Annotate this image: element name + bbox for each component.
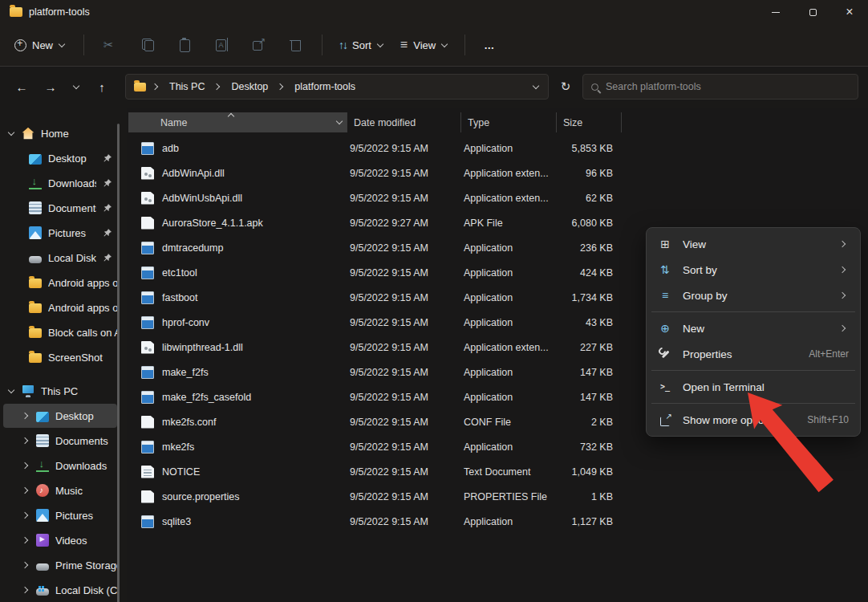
sidebar-item[interactable]: Documents bbox=[3, 196, 117, 220]
delete-icon[interactable] bbox=[277, 31, 314, 59]
menu-item-view[interactable]: View bbox=[651, 231, 856, 257]
file-row[interactable]: sqlite3 9/5/2022 9:15 AM Application 1,1… bbox=[127, 509, 868, 534]
breadcrumb-item[interactable]: platform-tools bbox=[291, 79, 359, 94]
address-bar[interactable]: This PC Desktop platform-tools bbox=[125, 74, 549, 100]
breadcrumb-separator-icon bbox=[278, 83, 285, 91]
breadcrumb-item[interactable]: Desktop bbox=[228, 79, 271, 94]
file-type: Application bbox=[459, 367, 554, 378]
menu-item-sort-by[interactable]: Sort by bbox=[651, 257, 856, 283]
menu-item-label: Properties bbox=[683, 348, 798, 360]
file-date-modified: 9/5/2022 9:15 AM bbox=[345, 168, 459, 179]
file-size: 1,127 KB bbox=[554, 516, 613, 527]
search-input[interactable] bbox=[606, 81, 850, 92]
menu-item-show-more-options[interactable]: Show more options Shift+F10 bbox=[651, 407, 856, 433]
expand-chevron-icon[interactable] bbox=[22, 487, 30, 494]
address-dropdown-button[interactable] bbox=[533, 83, 540, 91]
expand-chevron-icon[interactable] bbox=[8, 130, 15, 137]
sidebar-item[interactable]: Prime Storage ( bbox=[3, 553, 117, 577]
new-button[interactable]: New bbox=[8, 31, 75, 59]
expand-chevron-icon[interactable] bbox=[22, 562, 30, 569]
expand-chevron-icon[interactable] bbox=[22, 537, 30, 544]
file-name: dmtracedump bbox=[162, 242, 223, 254]
file-row[interactable]: AdbWinUsbApi.dll 9/5/2022 9:15 AM Applic… bbox=[127, 185, 868, 210]
expand-chevron-icon[interactable] bbox=[22, 462, 30, 470]
sidebar-item[interactable]: Music bbox=[3, 478, 117, 502]
file-size: 43 KB bbox=[554, 317, 613, 328]
sidebar-item[interactable]: Home bbox=[3, 121, 117, 145]
sidebar-item[interactable]: ScreenShot bbox=[3, 345, 117, 369]
sidebar-item[interactable]: Android apps o bbox=[3, 270, 117, 295]
menu-item-label: Group by bbox=[683, 290, 829, 302]
pictures-icon bbox=[36, 509, 49, 522]
file-date-modified: 9/5/2022 9:15 AM bbox=[345, 417, 459, 428]
file-row[interactable]: source.properties 9/5/2022 9:15 AM PROPE… bbox=[127, 484, 868, 509]
file-date-modified: 9/5/2022 9:15 AM bbox=[345, 367, 459, 378]
sidebar-item[interactable]: Block calls on A bbox=[3, 320, 117, 344]
menu-item-new[interactable]: New bbox=[651, 315, 856, 341]
rename-icon[interactable] bbox=[203, 31, 240, 59]
minimize-button[interactable] bbox=[757, 0, 794, 24]
sidebar-item-label: Downloads bbox=[48, 177, 96, 189]
breadcrumb-item[interactable]: This PC bbox=[166, 79, 208, 94]
file-type: Application bbox=[459, 317, 554, 328]
sort-button[interactable]: ↑↓ Sort bbox=[331, 31, 392, 59]
sidebar-item[interactable]: Desktop bbox=[3, 404, 117, 428]
column-header-size[interactable]: Size bbox=[556, 112, 621, 132]
file-name: make_f2fs bbox=[162, 367, 209, 378]
refresh-button[interactable]: ↻ bbox=[554, 75, 578, 99]
sidebar-scrollbar[interactable] bbox=[117, 124, 120, 602]
expand-chevron-icon[interactable] bbox=[22, 512, 30, 519]
expand-chevron-icon[interactable] bbox=[22, 437, 30, 445]
back-button[interactable]: ← bbox=[10, 75, 34, 99]
expand-chevron-icon[interactable] bbox=[22, 587, 30, 594]
maximize-button[interactable] bbox=[794, 0, 831, 24]
menu-item-group-by[interactable]: Group by bbox=[651, 283, 856, 308]
expand-chevron-icon[interactable] bbox=[22, 413, 30, 420]
sidebar-item[interactable]: Local Disk (C:) bbox=[3, 578, 117, 602]
file-row[interactable]: adb 9/5/2022 9:15 AM Application 5,853 K… bbox=[127, 136, 868, 161]
sidebar-item[interactable]: Android apps o bbox=[3, 295, 117, 319]
sidebar-item[interactable]: Downloads bbox=[3, 171, 117, 195]
sidebar-item[interactable]: Documents bbox=[3, 429, 117, 453]
column-header-date-modified[interactable]: Date modified bbox=[347, 112, 460, 132]
sidebar-item[interactable]: Videos bbox=[3, 528, 117, 552]
menu-item-label: View bbox=[683, 238, 829, 250]
menu-divider[interactable] bbox=[651, 370, 855, 371]
submenu-arrow-icon bbox=[840, 266, 847, 274]
context-menu: View Sort by Group by bbox=[646, 227, 861, 437]
application-icon bbox=[141, 441, 154, 454]
recent-locations-button[interactable] bbox=[67, 75, 85, 99]
pin-icon bbox=[103, 153, 117, 163]
close-button[interactable] bbox=[831, 0, 868, 24]
column-filter-chevron-icon[interactable] bbox=[336, 119, 343, 126]
view-button[interactable]: ≡ View bbox=[392, 31, 456, 59]
sidebar-item[interactable]: Desktop bbox=[3, 146, 117, 170]
expand-chevron-icon[interactable] bbox=[8, 388, 15, 395]
file-row[interactable]: AdbWinApi.dll 9/5/2022 9:15 AM Applicati… bbox=[127, 161, 868, 185]
column-header-name-label: Name bbox=[160, 117, 187, 128]
sidebar-item[interactable]: Pictures bbox=[3, 503, 117, 527]
column-header-name[interactable]: Name bbox=[128, 112, 347, 132]
sidebar-item[interactable]: Downloads bbox=[3, 454, 117, 478]
sidebar-item[interactable]: Local Disk (C bbox=[3, 246, 117, 270]
see-more-button[interactable]: … bbox=[473, 31, 505, 59]
menu-divider[interactable] bbox=[651, 311, 855, 312]
menu-divider[interactable] bbox=[651, 403, 855, 404]
submenu-arrow-icon bbox=[840, 241, 847, 248]
file-date-modified: 9/5/2022 9:15 AM bbox=[345, 317, 459, 328]
paste-icon[interactable] bbox=[166, 31, 203, 59]
menu-item-open-in-terminal[interactable]: Open in Terminal bbox=[651, 374, 856, 400]
file-row[interactable]: NOTICE 9/5/2022 9:15 AM Text Document 1,… bbox=[127, 459, 868, 484]
copy-icon[interactable] bbox=[129, 31, 166, 59]
cut-icon[interactable] bbox=[92, 31, 129, 59]
sidebar-item[interactable]: Pictures bbox=[3, 221, 117, 245]
sidebar-item[interactable]: This PC bbox=[3, 379, 117, 403]
submenu-arrow-icon bbox=[840, 325, 847, 332]
file-row[interactable]: mke2fs 9/5/2022 9:15 AM Application 732 … bbox=[127, 434, 868, 459]
share-icon[interactable] bbox=[240, 31, 277, 59]
sidebar-item-label: Local Disk (C bbox=[48, 252, 96, 264]
up-button[interactable]: ↑ bbox=[90, 75, 114, 99]
column-header-type[interactable]: Type bbox=[460, 112, 556, 132]
menu-item-properties[interactable]: Properties Alt+Enter bbox=[651, 341, 856, 367]
forward-button[interactable]: → bbox=[39, 75, 63, 99]
